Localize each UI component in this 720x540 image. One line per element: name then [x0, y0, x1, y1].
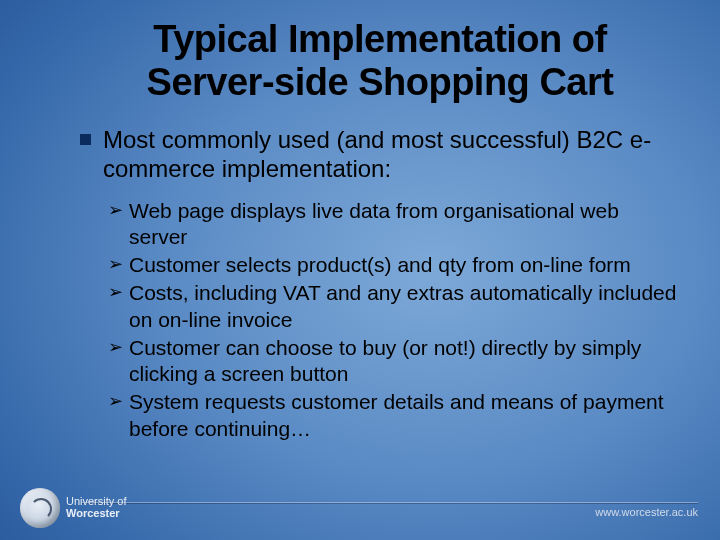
logo-globe-icon — [20, 488, 60, 528]
slide-title: Typical Implementation of Server-side Sh… — [80, 18, 680, 103]
list-item: ➢ Customer can choose to buy (or not!) d… — [108, 335, 680, 388]
main-bullet-row: Most commonly used (and most successful)… — [80, 125, 680, 184]
sub-point-text: Costs, including VAT and any extras auto… — [129, 280, 680, 333]
slide-footer: University of Worcester www.worcester.ac… — [0, 480, 720, 530]
list-item: ➢ Customer selects product(s) and qty fr… — [108, 252, 680, 278]
list-item: ➢ Costs, including VAT and any extras au… — [108, 280, 680, 333]
sub-point-text: Customer can choose to buy (or not!) dir… — [129, 335, 680, 388]
logo-text: University of Worcester — [66, 496, 127, 519]
sub-point-text: Web page displays live data from organis… — [129, 198, 680, 251]
arrow-bullet-icon: ➢ — [108, 252, 123, 276]
logo-line2: Worcester — [66, 508, 127, 520]
main-point-text: Most commonly used (and most successful)… — [103, 125, 680, 184]
list-item: ➢ Web page displays live data from organ… — [108, 198, 680, 251]
arrow-bullet-icon: ➢ — [108, 198, 123, 222]
arrow-bullet-icon: ➢ — [108, 389, 123, 413]
sub-point-text: System requests customer details and mea… — [129, 389, 680, 442]
sub-bullet-list: ➢ Web page displays live data from organ… — [80, 198, 680, 442]
footer-divider — [82, 502, 698, 504]
square-bullet-icon — [80, 134, 91, 145]
arrow-bullet-icon: ➢ — [108, 335, 123, 359]
footer-url: www.worcester.ac.uk — [595, 506, 698, 518]
list-item: ➢ System requests customer details and m… — [108, 389, 680, 442]
university-logo: University of Worcester — [20, 488, 127, 528]
slide: Typical Implementation of Server-side Sh… — [0, 0, 720, 540]
arrow-bullet-icon: ➢ — [108, 280, 123, 304]
sub-point-text: Customer selects product(s) and qty from… — [129, 252, 631, 278]
